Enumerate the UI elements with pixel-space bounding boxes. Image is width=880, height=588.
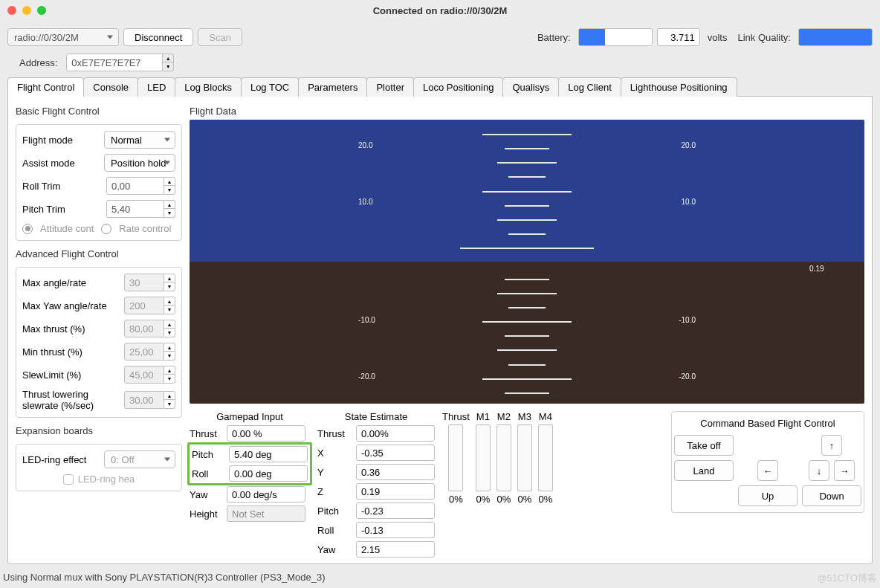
led-ring-select[interactable]: 0: Off	[104, 450, 175, 468]
state-thrust	[356, 425, 435, 442]
max-thrust-input[interactable]	[124, 320, 164, 337]
max-thrust-label: Max thrust (%)	[22, 323, 120, 335]
tab-plotter[interactable]: Plotter	[366, 77, 414, 97]
gp-height-label: Height	[190, 508, 222, 520]
command-title: Command Based Flight Control	[679, 418, 856, 429]
max-angle-label: Max angle/rate	[22, 277, 120, 288]
statusbar: Using Normal mux with Sony PLAYSTATION(R…	[0, 569, 880, 588]
max-yaw-input[interactable]	[124, 297, 164, 314]
tab-loco-positioning[interactable]: Loco Positioning	[413, 77, 503, 97]
assist-mode-label: Assist mode	[22, 158, 100, 169]
disconnect-button[interactable]: Disconnect	[123, 28, 193, 46]
battery-value: 3.711	[657, 28, 700, 46]
roll-trim-label: Roll Trim	[22, 181, 102, 192]
led-headlight-label: LED-ring hea	[78, 474, 135, 485]
gp-roll-value	[229, 465, 308, 482]
pitch-trim-input[interactable]	[106, 200, 164, 218]
plot-sky: 20.0 20.0 10.0 10.0	[190, 120, 864, 262]
tab-flight-control[interactable]: Flight Control	[7, 77, 84, 97]
state-yaw	[356, 541, 435, 558]
address-row: Address: ▲▼	[0, 54, 880, 77]
toolbar: radio://0/30/2M Disconnect Scan Battery:…	[0, 21, 880, 54]
address-input[interactable]	[66, 54, 163, 71]
gp-roll-label: Roll	[192, 468, 224, 479]
link-quality-bar	[798, 28, 873, 46]
state-roll	[356, 522, 435, 538]
state-title: State Estimate	[317, 411, 435, 422]
rate-radio[interactable]	[101, 224, 111, 234]
gp-height-value	[227, 505, 305, 522]
arrow-down-button[interactable]: ↓	[809, 460, 829, 481]
roll-trim-stepper[interactable]: ▲▼	[106, 177, 175, 195]
bottom-area: Gamepad Input Thrust Pitch Roll Yaw Heig…	[190, 411, 864, 558]
state-panel: State Estimate Thrust X Y Z Pitch Roll Y…	[317, 411, 435, 558]
titlebar: Connected on radio://0/30/2M	[0, 0, 880, 21]
advanced-box: Max angle/rate▲▼ Max Yaw angle/rate▲▼ Ma…	[16, 267, 182, 418]
battery-bar	[578, 28, 653, 46]
pitch-trim-stepper[interactable]: ▲▼	[106, 200, 175, 218]
tab-console[interactable]: Console	[83, 77, 138, 97]
tab-parameters[interactable]: Parameters	[298, 77, 367, 97]
expansion-title: Expansion boards	[16, 425, 182, 436]
attitude-plot: 20.0 20.0 10.0 10.0 0.19 -10.0 -10.0 -20…	[190, 120, 864, 404]
state-z	[356, 483, 435, 500]
flight-mode-select[interactable]: Normal	[104, 131, 175, 149]
tab-qualisys[interactable]: Qualisys	[502, 77, 559, 97]
address-up-icon[interactable]: ▲	[163, 54, 173, 62]
close-icon[interactable]	[7, 6, 16, 15]
takeoff-button[interactable]: Take off	[674, 435, 734, 456]
slew-rate-input[interactable]	[124, 391, 164, 409]
m3-bar	[517, 424, 532, 491]
tab-content: Basic Flight Control Flight modeNormal A…	[7, 97, 873, 564]
address-stepper[interactable]: ▲▼	[66, 54, 174, 71]
gp-thrust-value	[227, 425, 305, 442]
tab-log-toc[interactable]: Log TOC	[241, 77, 299, 97]
arrow-left-button[interactable]: ←	[757, 460, 778, 481]
m2-bar	[496, 424, 511, 491]
max-angle-input[interactable]	[124, 274, 164, 291]
tab-log-blocks[interactable]: Log Blocks	[175, 77, 242, 97]
led-headlight-checkbox[interactable]	[63, 474, 74, 485]
slew-rate-label: Thrust lowering slewrate (%/sec)	[22, 389, 120, 411]
state-pitch	[356, 503, 435, 519]
flight-mode-label: Flight mode	[22, 135, 100, 146]
land-button[interactable]: Land	[674, 460, 734, 481]
connection-uri-dropdown[interactable]: radio://0/30/2M	[7, 28, 119, 46]
m4-bar	[538, 424, 553, 491]
gp-pitch-value	[229, 446, 308, 462]
attitude-label: Attitude cont	[40, 223, 94, 234]
tab-led[interactable]: LED	[138, 77, 175, 97]
basic-title: Basic Flight Control	[16, 106, 182, 117]
state-y	[356, 464, 435, 480]
roll-trim-input[interactable]	[106, 177, 164, 195]
battery-label: Battery:	[534, 32, 574, 43]
minimize-icon[interactable]	[22, 6, 31, 15]
watermark: @51CTO博客	[817, 572, 877, 585]
basic-box: Flight modeNormal Assist modePosition ho…	[16, 124, 182, 241]
min-thrust-input[interactable]	[124, 343, 164, 361]
m1-bar	[476, 424, 491, 491]
control-mode-radios: Attitude contRate control	[22, 223, 175, 234]
gp-yaw-value	[227, 486, 305, 503]
gamepad-panel: Gamepad Input Thrust Pitch Roll Yaw Heig…	[190, 411, 310, 522]
assist-mode-select[interactable]: Position hold	[104, 154, 175, 172]
attitude-radio[interactable]	[22, 224, 33, 234]
scan-button[interactable]: Scan	[198, 28, 242, 46]
arrow-right-button[interactable]: →	[834, 460, 855, 481]
address-label: Address:	[16, 57, 60, 68]
arrow-up-button[interactable]: ↑	[821, 435, 842, 456]
maximize-icon[interactable]	[37, 6, 46, 15]
slew-limit-label: SlewLimit (%)	[22, 369, 120, 381]
up-button[interactable]: Up	[738, 485, 798, 506]
tabs: Flight Control Console LED Log Blocks Lo…	[7, 77, 873, 97]
gp-pitch-label: Pitch	[192, 449, 224, 460]
tab-log-client[interactable]: Log Client	[558, 77, 621, 97]
down-button[interactable]: Down	[802, 485, 861, 506]
right-column: Flight Data 20.0 20.0 10.0 10.0 0.19 -10…	[182, 103, 864, 558]
command-panel: Command Based Flight Control Take off ↑ …	[671, 411, 864, 513]
slew-limit-input[interactable]	[124, 366, 164, 384]
tab-lighthouse[interactable]: Lighthouse Positioning	[621, 77, 737, 97]
window-title: Connected on radio://0/30/2M	[373, 5, 508, 16]
battery-unit: volts	[705, 32, 731, 43]
address-down-icon[interactable]: ▼	[163, 62, 173, 71]
